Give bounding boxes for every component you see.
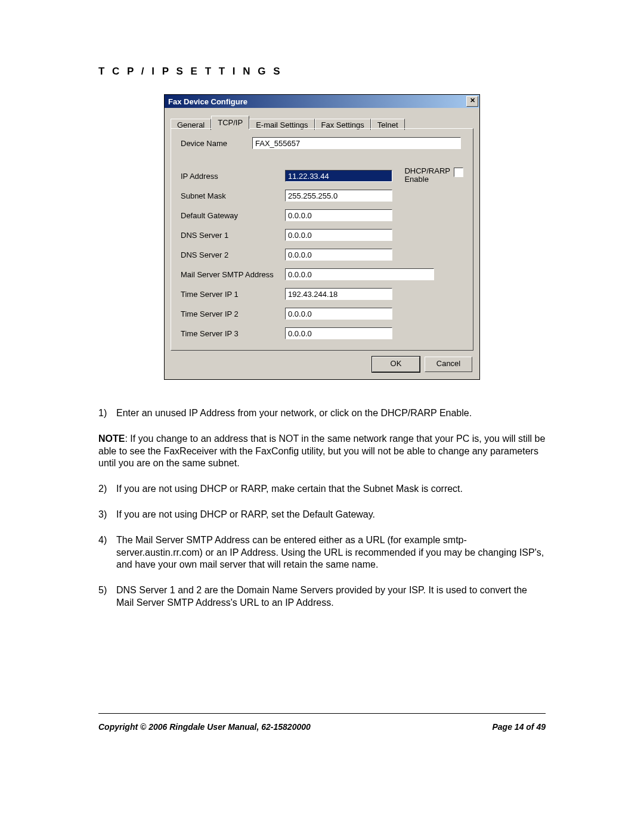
- instruction-text: 1)Enter an unused IP Address from your n…: [98, 407, 546, 609]
- instr-5-num: 5): [98, 584, 116, 609]
- fax-device-configure-dialog: Fax Device Configure ✕ General TCP/IP E-…: [164, 94, 480, 380]
- page-heading: T C P / I P S E T T I N G S: [98, 66, 546, 78]
- dhcp-rarp-checkbox[interactable]: [454, 168, 463, 177]
- ip-address-label: IP Address: [181, 172, 285, 181]
- note-paragraph: NOTE: If you change to an address that i…: [98, 433, 546, 470]
- dns-server-1-input[interactable]: [285, 229, 392, 241]
- default-gateway-label: Default Gateway: [181, 211, 285, 220]
- time-server-1-input[interactable]: [285, 288, 392, 300]
- tcpip-panel: Device Name DHCP/RARP Enable IP Address: [171, 128, 473, 351]
- instr-1-text: Enter an unused IP Address from your net…: [116, 407, 546, 420]
- tab-tcpip[interactable]: TCP/IP: [211, 116, 249, 129]
- time-server-2-input[interactable]: [285, 308, 392, 320]
- instr-5-text: DNS Server 1 and 2 are the Domain Name S…: [116, 584, 546, 609]
- dhcp-rarp-label: DHCP/RARP Enable: [404, 167, 450, 184]
- time-server-1-label: Time Server IP 1: [181, 290, 285, 299]
- time-server-3-label: Time Server IP 3: [181, 329, 285, 338]
- mail-server-smtp-input[interactable]: [285, 268, 434, 280]
- ok-button[interactable]: OK: [372, 357, 420, 372]
- page-footer: Copyright © 2006 Ringdale User Manual, 6…: [98, 722, 546, 732]
- device-name-input[interactable]: [252, 137, 461, 149]
- cancel-button[interactable]: Cancel: [425, 357, 472, 372]
- subnet-mask-label: Subnet Mask: [181, 191, 285, 200]
- close-icon[interactable]: ✕: [466, 96, 478, 107]
- instr-1-num: 1): [98, 407, 116, 420]
- dhcp-rarp-enable[interactable]: DHCP/RARP Enable: [404, 167, 463, 184]
- subnet-mask-input[interactable]: [285, 190, 392, 202]
- tabstrip: General TCP/IP E-mail Settings Fax Setti…: [165, 108, 479, 128]
- instr-4-num: 4): [98, 534, 116, 571]
- time-server-3-input[interactable]: [285, 327, 392, 339]
- time-server-2-label: Time Server IP 2: [181, 309, 285, 318]
- ip-address-input[interactable]: [285, 170, 392, 182]
- device-name-label: Device Name: [181, 139, 252, 148]
- dialog-titlebar: Fax Device Configure ✕: [165, 95, 479, 108]
- dns-server-1-label: DNS Server 1: [181, 231, 285, 240]
- footer-left: Copyright © 2006 Ringdale User Manual, 6…: [98, 722, 311, 732]
- default-gateway-input[interactable]: [285, 209, 392, 221]
- footer-rule: [98, 713, 546, 714]
- dns-server-2-input[interactable]: [285, 249, 392, 261]
- dialog-title: Fax Device Configure: [168, 97, 247, 106]
- instr-4-text: The Mail Server SMTP Address can be ente…: [116, 534, 546, 571]
- instr-2-text: If you are not using DHCP or RARP, make …: [116, 483, 546, 496]
- note-label: NOTE: [98, 433, 125, 444]
- mail-server-smtp-label: Mail Server SMTP Address: [181, 270, 285, 279]
- instr-3-num: 3): [98, 509, 116, 521]
- footer-right: Page 14 of 49: [493, 722, 546, 732]
- instr-2-num: 2): [98, 483, 116, 496]
- dns-server-2-label: DNS Server 2: [181, 250, 285, 259]
- note-text: : If you change to an address that is NO…: [98, 433, 545, 469]
- instr-3-text: If you are not using DHCP or RARP, set t…: [116, 509, 546, 521]
